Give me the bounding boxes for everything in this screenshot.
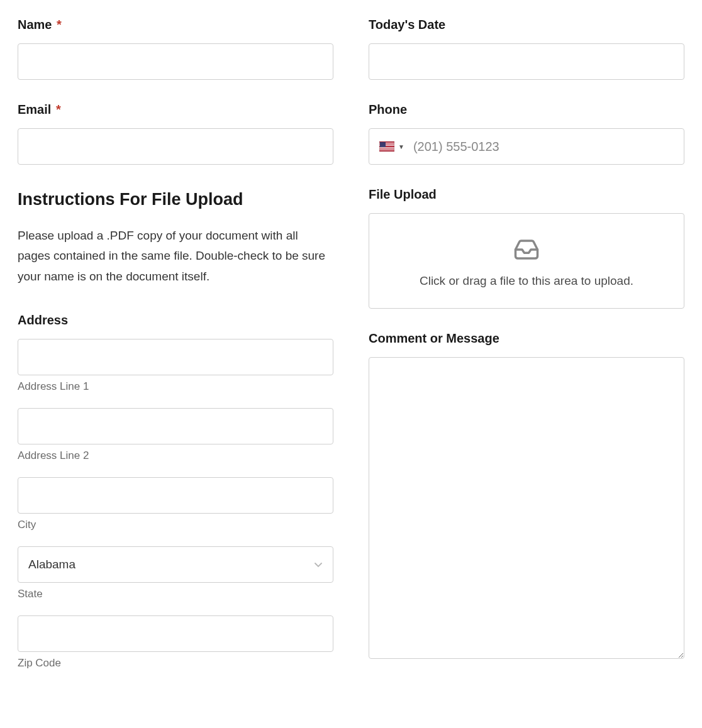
address-line2-row: Address Line 2 [18,408,333,462]
zip-sublabel: Zip Code [18,657,333,670]
name-field: Name * [18,18,333,80]
state-sublabel: State [18,588,333,600]
right-column: Today's Date Phone ▼ File Upload [369,18,684,670]
chevron-down-icon: ▼ [398,143,404,150]
city-row: City [18,477,333,531]
address-line1-input[interactable] [18,339,333,375]
phone-label: Phone [369,102,684,117]
state-select[interactable]: Alabama [18,546,333,583]
date-field: Today's Date [369,18,684,80]
date-label: Today's Date [369,18,684,32]
instructions-section: Instructions For File Upload Please uplo… [18,187,333,313]
email-label: Email * [18,102,333,117]
phone-input[interactable] [413,140,674,154]
email-field: Email * [18,102,333,165]
instructions-text: Please upload a .PDF copy of your docume… [18,226,333,287]
comment-label: Comment or Message [369,331,684,346]
us-flag-icon [379,141,394,152]
date-input[interactable] [369,43,684,80]
email-input[interactable] [18,128,333,165]
file-upload-text: Click or drag a file to this area to upl… [420,274,633,288]
required-star: * [56,102,61,116]
instructions-heading: Instructions For File Upload [18,190,333,209]
address-line1-sublabel: Address Line 1 [18,380,333,393]
inbox-icon [513,236,540,265]
state-row: Alabama State [18,546,333,600]
left-column: Name * Email * Instructions For File Upl… [18,18,333,670]
address-section: Address Address Line 1 Address Line 2 Ci… [18,313,333,670]
address-line2-input[interactable] [18,408,333,444]
zip-input[interactable] [18,615,333,652]
name-input[interactable] [18,43,333,80]
city-input[interactable] [18,477,333,514]
city-sublabel: City [18,519,333,531]
phone-field: Phone ▼ [369,102,684,165]
required-star: * [57,18,62,31]
phone-input-wrap: ▼ [369,128,684,165]
comment-field: Comment or Message [369,331,684,661]
address-line1-row: Address Line 1 [18,339,333,393]
file-upload-label: File Upload [369,187,684,202]
name-label: Name * [18,18,333,32]
state-select-wrap: Alabama [18,546,333,583]
zip-row: Zip Code [18,615,333,670]
file-upload-dropzone[interactable]: Click or drag a file to this area to upl… [369,213,684,309]
file-upload-field: File Upload Click or drag a file to this… [369,187,684,309]
address-line2-sublabel: Address Line 2 [18,449,333,462]
comment-textarea[interactable] [369,357,684,659]
address-label: Address [18,313,333,328]
email-label-text: Email [18,102,51,116]
name-label-text: Name [18,18,52,31]
country-flag-dropdown[interactable]: ▼ [379,141,404,152]
